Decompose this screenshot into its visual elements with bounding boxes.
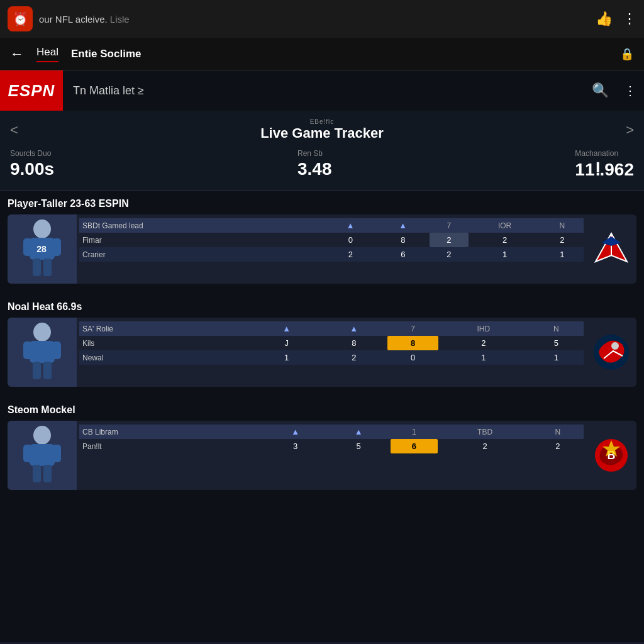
tracker-next-button[interactable]: > [626,122,634,138]
svg-rect-12 [23,341,32,359]
app-icon: ⏰ [8,6,33,31]
svg-point-0 [33,219,51,238]
tracker-stat-label-1: Ren Sb [297,149,332,158]
notif-sub-text: Lisle [110,14,130,25]
svg-rect-20 [23,445,32,462]
svg-rect-5 [43,258,52,276]
game-section-0: Player-Taller 23-63 ESPIN 28 SBDt Gamed … [0,191,644,294]
tracker-stat-value-1: 3.48 [297,159,332,179]
tracker-stats: Sourcls Duo 9.00s Ren Sb 3.48 Machanatio… [10,149,634,180]
tracker-prev-button[interactable]: < [10,122,18,138]
game-card-0[interactable]: 28 SBDt Gamed lead▲▲7IORNFimar08222Crari… [8,214,636,284]
tracker-stat-2: Machanation 11ⵑ.962 [575,149,634,180]
tracker-stat-label-0: Sourcls Duo [10,149,54,158]
svg-rect-21 [52,445,61,462]
game-title-0: Player-Taller 23-63 ESPIN [8,198,636,209]
svg-text:28: 28 [36,244,47,254]
notif-main-text: our NFL acleive. [39,14,108,25]
svg-rect-15 [43,362,52,379]
thumbs-up-icon[interactable]: 👍 [596,11,613,27]
svg-rect-4 [33,258,41,276]
notif-actions: 👍 ⋮ [596,11,636,27]
tracker-stat-value-0: 9.00s [10,159,54,179]
tracker-small-label: EBe!flc [260,118,384,125]
live-game-tracker: < EBe!flc Live Game Tracker > Sourcls Du… [0,111,644,191]
svg-point-10 [33,323,51,341]
player-image-0: 28 [8,214,77,284]
svg-rect-2 [23,238,32,256]
svg-rect-19 [30,444,55,466]
espn-page-title: Tn Matlia let ≥ [63,84,584,97]
game-section-1: Noal Heat 66.9s SA' Rolie▲▲7IHDNKilsJ882… [0,294,644,397]
tracker-title: Live Game Tracker [260,125,384,142]
game-card-1[interactable]: SA' Rolie▲▲7IHDNKilsJ8825Newal12011 [8,318,636,387]
tracker-stat-label-2: Machanation [575,149,634,158]
search-icon[interactable]: 🔍 [584,82,616,99]
team-logo-0 [586,214,636,284]
tracker-stat-value-2: 11ⵑ.962 [575,159,634,180]
games-container: Player-Taller 23-63 ESPIN 28 SBDt Gamed … [0,191,644,642]
espn-header: ESPN Tn Matlia let ≥ 🔍 ⋮ [0,70,644,111]
nav-entie-tab[interactable]: Entie Soclime [71,48,141,60]
tracker-header: < EBe!flc Live Game Tracker > [10,118,634,142]
game-table-area-2: CB Libram▲▲1TBDNPan!lt35622 [77,421,586,490]
svg-rect-13 [52,341,61,359]
notification-text: our NFL acleive. Lisle [39,14,589,25]
tracker-stat-0: Sourcls Duo 9.00s [10,149,54,180]
nav-heal-tab[interactable]: Heal [36,46,58,62]
game-title-1: Noal Heat 66.9s [8,301,636,313]
espn-logo: ESPN [0,70,63,111]
svg-rect-23 [43,465,52,482]
game-card-2[interactable]: CB Libram▲▲1TBDNPan!lt35622 B [8,421,636,490]
svg-rect-11 [30,341,55,363]
svg-rect-3 [52,238,61,256]
table-row: Newal12011 [79,350,584,365]
table-row: Pan!lt35622 [79,439,584,453]
lock-icon: 🔒 [620,47,634,61]
back-button[interactable]: ← [10,46,24,62]
tracker-stat-1: Ren Sb 3.48 [297,149,332,180]
nav-bar: ← Heal Entie Soclime 🔒 [0,38,644,70]
table-row: Crarier26211 [79,247,584,262]
table-row: Fimar08222 [79,233,584,247]
svg-rect-14 [33,362,41,379]
table-row: KilsJ8825 [79,336,584,350]
notification-bar: ⏰ our NFL acleive. Lisle 👍 ⋮ [0,0,644,38]
espn-menu-icon[interactable]: ⋮ [616,83,644,98]
player-image-2 [8,421,77,490]
more-options-icon[interactable]: ⋮ [623,11,636,27]
game-title-2: Steom Mockel [8,404,636,416]
svg-point-18 [33,426,51,445]
game-table-area-1: SA' Rolie▲▲7IHDNKilsJ8825Newal12011 [77,318,586,387]
player-image-1 [8,318,77,387]
team-logo-1 [586,318,636,387]
team-logo-2: B [586,421,636,490]
game-table-area-0: SBDt Gamed lead▲▲7IORNFimar08222Crarier2… [77,214,586,284]
svg-point-17 [611,342,619,350]
svg-rect-22 [33,465,41,482]
game-section-2: Steom Mockel CB Libram▲▲1TBDNPan!lt35622… [0,397,644,500]
